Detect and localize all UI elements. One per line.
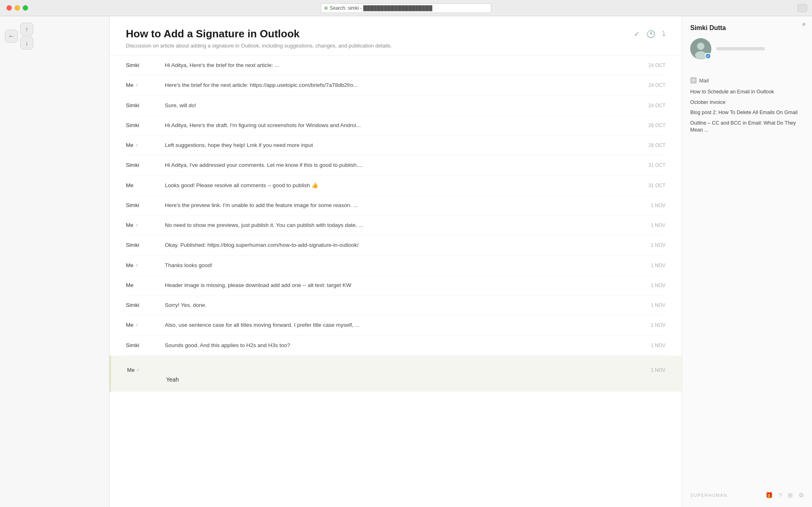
table-row: Simki Hi Aditya, I've addressed your com… bbox=[126, 155, 665, 175]
check-icon: ✓ bbox=[135, 142, 139, 148]
table-row: Simki Hi Aditya, Here's the draft. I'm f… bbox=[126, 116, 665, 136]
up-button[interactable]: ↑ bbox=[20, 23, 33, 36]
message-body: Also, use sentence case for all titles m… bbox=[165, 321, 639, 329]
messages-list: Simki Hi Aditya, Here's the brief for th… bbox=[110, 56, 682, 507]
table-row: Me✓ 1 NOV bbox=[127, 361, 665, 375]
avatar-badge-check-icon: ✓ bbox=[707, 54, 710, 58]
mail-section: ✉ Mail How to Schedule an Email in Outlo… bbox=[690, 77, 804, 137]
panel-close-dot bbox=[802, 23, 806, 26]
window-button[interactable] bbox=[797, 4, 807, 12]
mail-section-label: Mail bbox=[699, 78, 709, 84]
main-content: How to Add a Signature in Outlook ✓ 🕐 ⤵ … bbox=[110, 16, 682, 507]
check-icon: ✓ bbox=[136, 367, 140, 373]
contact-section: Simki Dutta ✓ bbox=[690, 24, 804, 67]
contact-name: Simki Dutta bbox=[690, 24, 804, 32]
table-row: Me Header image is missing, please downl… bbox=[126, 276, 665, 296]
footer-icons: 🎁 ? ⊞ ⚙ bbox=[765, 492, 804, 499]
message-body: Hi Aditya, I've addressed your comments.… bbox=[165, 161, 639, 169]
contact-email-bar bbox=[716, 47, 765, 50]
message-body: Header image is missing, please download… bbox=[165, 281, 639, 289]
sender: Simki bbox=[126, 122, 158, 128]
message-body: Thanks looks good! bbox=[165, 261, 639, 270]
left-nav: ← ↑ ↓ bbox=[0, 16, 110, 507]
table-row: Me✓ Left suggestions, hope they help! Lm… bbox=[126, 136, 665, 155]
mail-link-4[interactable]: Outline – CC and BCC in Email: What Do T… bbox=[690, 120, 804, 134]
check-icon: ✓ bbox=[135, 322, 139, 328]
message-body: Okay. Published: https://blog.superhuman… bbox=[165, 241, 639, 249]
mail-section-header: ✉ Mail bbox=[690, 77, 804, 84]
thread-header: How to Add a Signature in Outlook ✓ 🕐 ⤵ … bbox=[110, 16, 682, 56]
check-action-icon[interactable]: ✓ bbox=[634, 30, 640, 39]
check-icon: ✓ bbox=[135, 222, 139, 228]
message-date: 1 NOV bbox=[645, 322, 665, 328]
thread-subtitle: Discussion on article about adding a sig… bbox=[126, 43, 665, 49]
message-date: 1 NOV bbox=[645, 203, 665, 208]
table-row: Me✓ No need to show me previews, just pu… bbox=[126, 216, 665, 235]
sender: Me✓ bbox=[126, 82, 158, 88]
message-date: 31 OCT bbox=[645, 162, 665, 168]
maximize-button[interactable] bbox=[23, 5, 28, 11]
nav-arrows: ← ↑ ↓ bbox=[5, 23, 104, 50]
message-date: 24 OCT bbox=[645, 63, 665, 68]
table-row: Me✓ Also, use sentence case for all titl… bbox=[126, 315, 665, 335]
sender: Simki bbox=[126, 202, 158, 208]
sender: Simki bbox=[126, 62, 158, 68]
thread-title: How to Add a Signature in Outlook bbox=[126, 28, 300, 40]
message-date: 1 NOV bbox=[645, 283, 665, 288]
search-text: Search: simki - ████████████████████ bbox=[330, 5, 432, 11]
message-body: Looks good! Please resolve all comments … bbox=[165, 181, 639, 190]
mail-link-2[interactable]: October invoice bbox=[690, 99, 804, 106]
message-date: 1 NOV bbox=[645, 263, 665, 268]
message-date: 26 OCT bbox=[645, 123, 665, 128]
message-date: 28 OCT bbox=[645, 142, 665, 148]
gear-icon[interactable]: ⚙ bbox=[799, 492, 804, 499]
mail-icon: ✉ bbox=[690, 77, 697, 84]
sender: Me✓ bbox=[126, 142, 158, 148]
expanded-body: Yeah bbox=[127, 375, 665, 386]
message-body: Here's the preview link. I'm unable to a… bbox=[165, 201, 639, 209]
message-body: Sorry! Yes, done. bbox=[165, 301, 639, 309]
sender: Me bbox=[126, 282, 158, 288]
sender: Me✓ bbox=[126, 322, 158, 328]
table-row: Simki Sure, will do! 24 OCT bbox=[126, 96, 665, 116]
sender: Simki bbox=[126, 342, 158, 348]
app-body: ← ↑ ↓ How to Add a Signature in Outlook … bbox=[0, 16, 812, 507]
message-body: Hi Aditya, Here's the brief for the next… bbox=[165, 61, 639, 69]
table-row: Simki Sounds good. And this applies to H… bbox=[126, 336, 665, 356]
grid-icon[interactable]: ⊞ bbox=[788, 492, 793, 499]
sender: Simki bbox=[126, 102, 158, 108]
thread-title-row: How to Add a Signature in Outlook ✓ 🕐 ⤵ bbox=[126, 28, 665, 40]
message-date: 31 OCT bbox=[645, 183, 665, 188]
down-button[interactable]: ↓ bbox=[20, 37, 33, 50]
message-date: 1 NOV bbox=[645, 242, 665, 248]
help-icon[interactable]: ? bbox=[779, 492, 782, 499]
avatar-container: ✓ bbox=[690, 38, 711, 59]
mail-link-1[interactable]: How to Schedule an Email in Outlook bbox=[690, 88, 804, 96]
search-bar[interactable]: Search: simki - ████████████████████ bbox=[321, 3, 491, 13]
archive-action-icon[interactable]: ⤵ bbox=[662, 30, 665, 38]
table-row: Me✓ Thanks looks good! 1 NOV bbox=[126, 256, 665, 276]
message-body: Left suggestions, hope they help! Lmk if… bbox=[165, 141, 639, 149]
message-date: 1 NOV bbox=[645, 222, 665, 228]
sender: Simki bbox=[126, 162, 158, 168]
message-body: Hi Aditya, Here's the draft. I'm figurin… bbox=[165, 121, 639, 129]
minimize-button[interactable] bbox=[15, 5, 20, 11]
back-button[interactable]: ← bbox=[5, 30, 18, 43]
avatar-badge: ✓ bbox=[705, 53, 711, 59]
message-body: Here's the brief for the next article: h… bbox=[165, 81, 639, 89]
message-body: Sure, will do! bbox=[165, 101, 639, 110]
expanded-message: Me✓ 1 NOV Yeah bbox=[110, 356, 682, 392]
svg-point-1 bbox=[697, 43, 704, 50]
message-body: Sounds good. And this applies to H2s and… bbox=[165, 341, 639, 350]
contact-avatar-row: ✓ bbox=[690, 38, 804, 59]
table-row: Simki Sorry! Yes, done. 1 NOV bbox=[126, 296, 665, 315]
clock-action-icon[interactable]: 🕐 bbox=[646, 30, 655, 39]
close-button[interactable] bbox=[6, 5, 12, 11]
right-footer: SUPERHUMAN 🎁 ? ⊞ ⚙ bbox=[690, 485, 804, 499]
traffic-lights bbox=[6, 5, 28, 11]
mail-link-3[interactable]: Blog post 2: How To Delete All Emails On… bbox=[690, 109, 804, 117]
titlebar: Search: simki - ████████████████████ bbox=[0, 0, 812, 16]
message-date: 24 OCT bbox=[645, 103, 665, 108]
sender: Simki bbox=[126, 302, 158, 308]
gift-icon[interactable]: 🎁 bbox=[765, 492, 773, 499]
